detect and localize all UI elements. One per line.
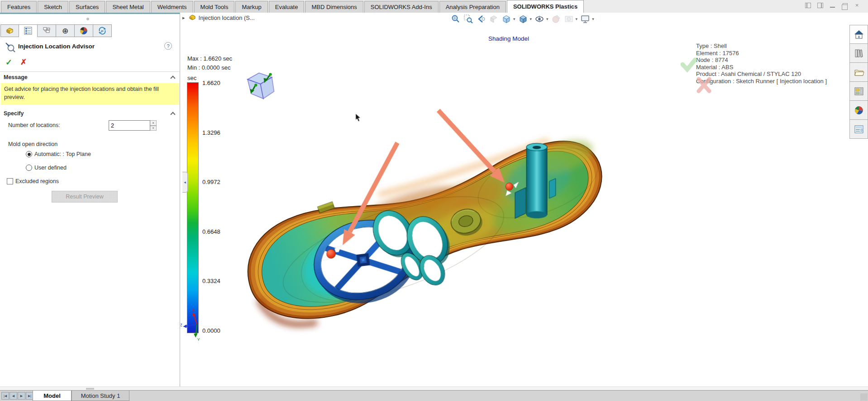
ribbon-tab-solidworks-add-ins[interactable]: SOLIDWORKS Add-Ins bbox=[364, 1, 439, 13]
panel-title: Injection Location Advisor bbox=[18, 43, 95, 50]
specify-collapse-chevron-icon[interactable] bbox=[171, 112, 175, 115]
radio-user-defined-row: User defined bbox=[26, 165, 67, 171]
horizontal-scrollbar[interactable] bbox=[0, 387, 868, 390]
property-manager-tab[interactable] bbox=[19, 24, 38, 37]
excluded-regions-label: Excluded regions bbox=[15, 178, 59, 184]
radio-user-defined[interactable] bbox=[26, 165, 32, 171]
pane-collapse-right-icon[interactable] bbox=[816, 2, 824, 9]
manager-tab-strip: ⊕ P bbox=[0, 24, 112, 37]
minimize-icon[interactable] bbox=[829, 2, 836, 9]
number-of-locations-stepper: ▲ ▼ bbox=[150, 120, 157, 131]
ribbon-tab-features[interactable]: Features bbox=[1, 1, 37, 13]
ribbon-tab-evaluate[interactable]: Evaluate bbox=[269, 1, 305, 13]
solidworks-window: { "ribbon": { "tabs": [ {"label": "Featu… bbox=[0, 0, 868, 401]
dimxpert-icon: ⊕ bbox=[62, 26, 68, 36]
graphics-area[interactable]: ▸ Injection location (S... ▾ ▾ ▾ bbox=[181, 13, 849, 387]
nav-next-icon[interactable]: ▶ bbox=[18, 392, 25, 400]
ribbon-tab-solidworks-plastics[interactable]: SOLIDWORKS Plastics bbox=[507, 0, 584, 13]
mouse-cursor bbox=[356, 113, 361, 121]
radio-automatic[interactable] bbox=[26, 151, 32, 157]
message-section-header[interactable]: Message bbox=[4, 74, 28, 80]
ribbon-tab-mbd-dimensions[interactable]: MBD Dimensions bbox=[305, 1, 363, 13]
number-of-locations-label: Number of locations: bbox=[8, 122, 60, 128]
ok-button[interactable]: ✓ bbox=[5, 57, 12, 67]
command-manager-tab-bar: Features Sketch Surfaces Sheet Metal Wel… bbox=[0, 0, 868, 13]
appearances-scenes-icon[interactable] bbox=[849, 101, 868, 120]
scrollbar-thumb[interactable] bbox=[86, 388, 94, 390]
svg-text:Z: Z bbox=[181, 323, 182, 327]
message-collapse-chevron-icon[interactable] bbox=[171, 75, 175, 79]
excluded-regions-row: Excluded regions bbox=[7, 178, 59, 184]
stepper-up-icon[interactable]: ▲ bbox=[150, 120, 157, 126]
property-manager-header: Injection Location Advisor ? bbox=[0, 41, 180, 53]
help-icon[interactable]: ? bbox=[164, 42, 172, 50]
ribbon-tab-analysis-preparation[interactable]: Analysis Preparation bbox=[439, 1, 506, 13]
panel-splitter-handle[interactable] bbox=[86, 18, 89, 20]
window-controls: × bbox=[804, 2, 861, 9]
reference-triad: X Z Y bbox=[181, 308, 200, 342]
property-manager-icon bbox=[24, 27, 33, 35]
tab-motion-study[interactable]: Motion Study 1 bbox=[72, 391, 129, 401]
svg-text:P: P bbox=[101, 29, 104, 33]
graphics-viewport[interactable]: X Z Y bbox=[181, 13, 849, 387]
mold-open-direction-label: Mold open direction bbox=[8, 141, 57, 147]
task-pane bbox=[849, 25, 868, 139]
svg-text:Y: Y bbox=[197, 337, 200, 342]
ribbon-tab-mold-tools[interactable]: Mold Tools bbox=[194, 1, 235, 13]
display-manager-icon bbox=[79, 27, 88, 35]
nav-prev-icon[interactable]: ◀ bbox=[10, 392, 17, 400]
confirm-cancel-icon bbox=[699, 79, 710, 91]
result-preview-button[interactable]: Result Preview bbox=[52, 191, 118, 203]
resize-grip[interactable] bbox=[860, 393, 868, 401]
part-manager-tab[interactable] bbox=[0, 24, 19, 37]
message-text: Get advice for placing the injection loc… bbox=[1, 83, 179, 105]
restore-icon[interactable] bbox=[841, 2, 849, 9]
view-palette-icon[interactable] bbox=[849, 82, 868, 101]
file-explorer-icon[interactable] bbox=[849, 63, 868, 82]
radio-automatic-label: Automatic: : Top Plane bbox=[34, 151, 91, 157]
bottom-tab-bar: |◀ ◀ ▶ ▶| Model Motion Study 1 bbox=[0, 390, 868, 401]
configuration-icon bbox=[42, 27, 51, 35]
ribbon-tab-surfaces[interactable]: Surfaces bbox=[69, 1, 105, 13]
excluded-regions-checkbox[interactable] bbox=[7, 178, 13, 184]
specify-section-header[interactable]: Specify bbox=[4, 110, 24, 117]
property-manager-panel: ⊕ P Injec bbox=[0, 13, 180, 387]
cancel-button[interactable]: ✗ bbox=[20, 57, 27, 67]
mold-direction-indicator bbox=[248, 73, 274, 99]
ribbon-tab-sketch[interactable]: Sketch bbox=[38, 1, 68, 13]
pane-collapse-left-icon[interactable] bbox=[804, 2, 812, 9]
home-icon[interactable] bbox=[849, 25, 868, 44]
sheet-navigation: |◀ ◀ ▶ ▶| bbox=[1, 392, 33, 400]
number-of-locations-input[interactable] bbox=[109, 120, 150, 131]
confirm-ok-icon bbox=[682, 60, 695, 69]
close-icon[interactable]: × bbox=[853, 2, 861, 9]
part-icon bbox=[5, 27, 14, 35]
custom-properties-icon[interactable] bbox=[849, 120, 868, 139]
svg-text:X: X bbox=[192, 308, 195, 312]
display-manager-tab[interactable] bbox=[75, 24, 93, 37]
confirmation-corner bbox=[682, 60, 709, 91]
tab-model[interactable]: Model bbox=[33, 391, 72, 401]
section-divider bbox=[0, 71, 180, 72]
design-library-icon[interactable] bbox=[849, 44, 868, 63]
ribbon-tab-weldments[interactable]: Weldments bbox=[151, 1, 193, 13]
dimxpert-manager-tab[interactable]: ⊕ bbox=[56, 24, 75, 37]
plastics-manager-tab[interactable]: P bbox=[93, 24, 112, 37]
stepper-down-icon[interactable]: ▼ bbox=[150, 126, 157, 131]
radio-user-defined-label: User defined bbox=[34, 165, 67, 171]
panel-top-divider bbox=[0, 13, 180, 14]
radio-automatic-row: Automatic: : Top Plane bbox=[26, 151, 91, 157]
ribbon-tab-sheet-metal[interactable]: Sheet Metal bbox=[106, 1, 150, 13]
plastics-manager-icon: P bbox=[98, 27, 107, 35]
nav-first-icon[interactable]: |◀ bbox=[1, 392, 9, 400]
configuration-manager-tab[interactable] bbox=[38, 24, 56, 37]
injection-location-advisor-icon bbox=[5, 42, 15, 52]
ribbon-tab-markup[interactable]: Markup bbox=[235, 1, 267, 13]
